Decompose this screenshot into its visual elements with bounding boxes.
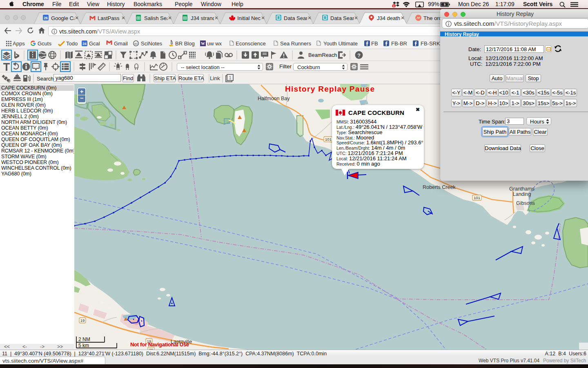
svg-text:1: 1 — [393, 5, 395, 8]
svg-text:Granthams: Granthams — [509, 186, 535, 192]
svg-text:Landing: Landing — [513, 191, 531, 197]
svg-text:Roberts Creek: Roberts Creek — [423, 184, 456, 190]
svg-text:26: 26 — [44, 16, 48, 20]
svg-text:2 NM: 2 NM — [78, 337, 90, 342]
svg-text:Not for Navigational Use: Not for Navigational Use — [130, 341, 189, 348]
svg-text:BeamReach: BeamReach — [308, 52, 337, 58]
svg-text:?: ? — [357, 52, 361, 58]
svg-text:W: W — [201, 41, 205, 46]
svg-text:Halfmoon Bay: Halfmoon Bay — [258, 96, 290, 101]
svg-text:19: 19 — [80, 318, 85, 323]
svg-text:24: 24 — [82, 42, 87, 46]
svg-text:101: 101 — [325, 137, 332, 141]
svg-text:Gibsons: Gibsons — [516, 200, 535, 206]
svg-text:101: 101 — [474, 195, 480, 200]
svg-text:Search: Search — [37, 76, 53, 82]
svg-text:5 km: 5 km — [78, 343, 89, 348]
svg-text:1: 1 — [229, 76, 232, 80]
svg-text:sci: sci — [134, 42, 138, 45]
